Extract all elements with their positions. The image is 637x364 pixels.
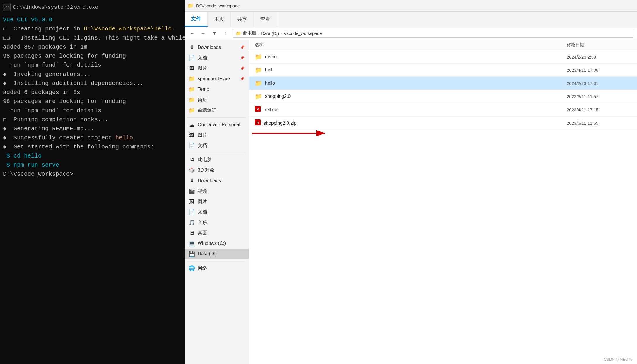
sidebar-divider — [187, 261, 246, 261]
cmd-line: ◆ Installing additional dependencies... — [3, 79, 182, 88]
main-content: ⬇Downloads📌📄文档📌🖼图片📌📁springboot+vue📌📁Temp… — [185, 40, 637, 364]
titlebar-icon: 📁 — [187, 3, 194, 9]
file-row-shopping2.0.zip[interactable]: Rshopping2.0.zip2023/6/11 11:55 — [249, 117, 637, 130]
sidebar-item-3D-对象[interactable]: 🎲3D 对象 — [185, 165, 249, 175]
sidebar-item-桌面[interactable]: 🖥桌面 — [185, 228, 249, 238]
sidebar-label: 桌面 — [198, 230, 207, 236]
svg-text:R: R — [257, 108, 259, 111]
sidebar-label: 此电脑 — [198, 157, 212, 163]
sidebar-item-springboot+vue[interactable]: 📁springboot+vue📌 — [185, 74, 249, 84]
bc-icon: 📁 — [236, 31, 241, 36]
cmd-line: Vue CLI v5.0.8 — [3, 15, 182, 24]
sidebar-item-图片[interactable]: 🖼图片📌 — [185, 63, 249, 74]
ribbon-tab-共享[interactable]: 共享 — [231, 12, 254, 27]
cmd-line: 98 packages are looking for funding — [3, 97, 182, 106]
file-row-hello[interactable]: 📁hello2024/2/23 17:31 — [249, 77, 637, 90]
sidebar-item-简历[interactable]: 📁简历 — [185, 95, 249, 105]
cmd-line: ◆ Generating README.md... — [3, 124, 182, 133]
sidebar-item-网络[interactable]: 🌐网络 — [185, 263, 249, 274]
sidebar-item-文档[interactable]: 📄文档 — [185, 207, 249, 217]
cmd-line: added 6 packages in 8s — [3, 88, 182, 97]
cmd-output: Vue CLI v5.0.8☐ Creating project in D:\V… — [3, 15, 182, 179]
sidebar-item-图片[interactable]: 🖼图片 — [185, 196, 249, 207]
sidebar-item-Downloads[interactable]: ⬇Downloads📌 — [185, 42, 249, 53]
file-list-header: 名称 修改日期 — [249, 40, 637, 50]
sidebar-item-Downloads[interactable]: ⬇Downloads — [185, 175, 249, 186]
sidebar-label: Temp — [198, 87, 209, 92]
file-name: demo — [265, 54, 567, 59]
file-icon: 📁 — [255, 66, 262, 74]
sidebar-item-此电脑[interactable]: 🖥此电脑 — [185, 155, 249, 165]
sidebar-label: Downloads — [198, 45, 221, 50]
sidebar-item-文档[interactable]: 📄文档 — [185, 140, 249, 151]
cmd-line: $ npm run serve — [3, 160, 182, 170]
ribbon-tab-文件[interactable]: 文件 — [185, 12, 208, 27]
sidebar-icon: ⬇ — [189, 177, 195, 184]
sidebar-label: Downloads — [198, 178, 221, 183]
sidebar-item-OneDrive---Personal[interactable]: ☁OneDrive - Personal — [185, 119, 249, 130]
sidebar-icon: ☁ — [189, 122, 195, 128]
sidebar-icon: 📁 — [189, 86, 195, 93]
sidebar-item-Data-(D:)[interactable]: 💾Data (D:) — [185, 249, 249, 259]
sidebar-icon: 🖥 — [189, 230, 195, 236]
forward-button[interactable]: → — [199, 29, 207, 37]
explorer-titlebar: 📁 D:\Vscode_workspace — [185, 0, 637, 12]
sidebar-item-文档[interactable]: 📄文档📌 — [185, 53, 249, 63]
bc-arrow1: › — [258, 31, 259, 35]
sidebar-item-音乐[interactable]: 🎵音乐 — [185, 217, 249, 228]
sidebar: ⬇Downloads📌📄文档📌🖼图片📌📁springboot+vue📌📁Temp… — [185, 40, 249, 364]
file-icon: 📁 — [255, 53, 262, 60]
bc-part1: 此电脑 — [243, 30, 256, 36]
sidebar-icon: 📁 — [189, 76, 195, 82]
sidebar-label: Data (D:) — [198, 251, 217, 257]
file-date: 2023/4/11 17:08 — [567, 68, 631, 73]
sidebar-item-Temp[interactable]: 📁Temp — [185, 84, 249, 95]
sidebar-icon: 🌐 — [189, 265, 195, 271]
bc-part3: Vscode_workspace — [284, 31, 322, 36]
sidebar-label: 音乐 — [198, 220, 207, 226]
ribbon: 文件主页共享查看 — [185, 12, 637, 27]
file-icon: 📁 — [255, 80, 262, 87]
file-row-hell[interactable]: 📁hell2023/4/11 17:08 — [249, 64, 637, 77]
sidebar-pin: 📌 — [240, 45, 245, 49]
bc-part2: Data (D:) — [261, 31, 279, 36]
cmd-title: C:\Windows\system32\cmd.exe — [13, 4, 98, 10]
cmd-line: ☐ Running completion hooks... — [3, 115, 182, 124]
cmd-line: ☐ Creating project in D:\Vscode_workspac… — [3, 24, 182, 33]
sidebar-label: 文档 — [198, 209, 207, 215]
cmd-line: 98 packages are looking for funding — [3, 52, 182, 61]
ribbon-tab-查看[interactable]: 查看 — [254, 12, 277, 27]
sidebar-label: 3D 对象 — [198, 167, 214, 173]
sidebar-item-视频[interactable]: 🎬视频 — [185, 186, 249, 196]
file-name: shopping2.0 — [265, 94, 567, 99]
breadcrumb[interactable]: 📁 此电脑 › Data (D:) › Vscode_workspace — [233, 29, 633, 38]
sidebar-item-前端笔记[interactable]: 📁前端笔记 — [185, 105, 249, 116]
cmd-line: D:\Vscode_workspace> — [3, 170, 182, 179]
back-button[interactable]: ← — [188, 29, 196, 37]
sidebar-icon: 💻 — [189, 240, 195, 247]
file-row-shopping2.0[interactable]: 📁shopping2.02023/6/11 11:57 — [249, 90, 637, 103]
csdn-label: CSDN @MEU75 — [604, 357, 632, 362]
cmd-line: added 857 packages in 1m — [3, 42, 182, 52]
dropdown-button[interactable]: ▼ — [210, 29, 218, 37]
up-button[interactable]: ↑ — [221, 29, 230, 37]
file-row-hell.rar[interactable]: Rhell.rar2023/4/11 17:15 — [249, 103, 637, 117]
file-date: 2023/6/11 11:55 — [567, 121, 631, 126]
file-name: hell — [265, 67, 567, 73]
sidebar-label: Windows (C:) — [198, 241, 226, 246]
cmd-line: ◆ Successfully created project hello. — [3, 133, 182, 142]
file-row-demo[interactable]: 📁demo2024/2/23 2:58 — [249, 50, 637, 64]
sidebar-label: 简历 — [198, 97, 207, 103]
sidebar-icon: ⬇ — [189, 44, 195, 51]
sidebar-item-Windows-(C:)[interactable]: 💻Windows (C:) — [185, 238, 249, 249]
cmd-line: run `npm fund` for details — [3, 106, 182, 115]
cmd-icon: C:\ — [3, 4, 11, 11]
sidebar-icon: 🖼 — [189, 132, 195, 138]
cmd-line: ☐☐ Installing CLI plugins. This might ta… — [3, 33, 182, 42]
ribbon-tab-主页[interactable]: 主页 — [208, 12, 231, 27]
cmd-line: run `npm fund` for details — [3, 61, 182, 70]
sidebar-item-图片[interactable]: 🖼图片 — [185, 130, 249, 140]
sidebar-pin: 📌 — [240, 56, 245, 60]
sidebar-label: 文档 — [198, 143, 207, 149]
file-explorer: 📁 D:\Vscode_workspace 文件主页共享查看 ← → ▼ ↑ 📁… — [185, 0, 637, 364]
